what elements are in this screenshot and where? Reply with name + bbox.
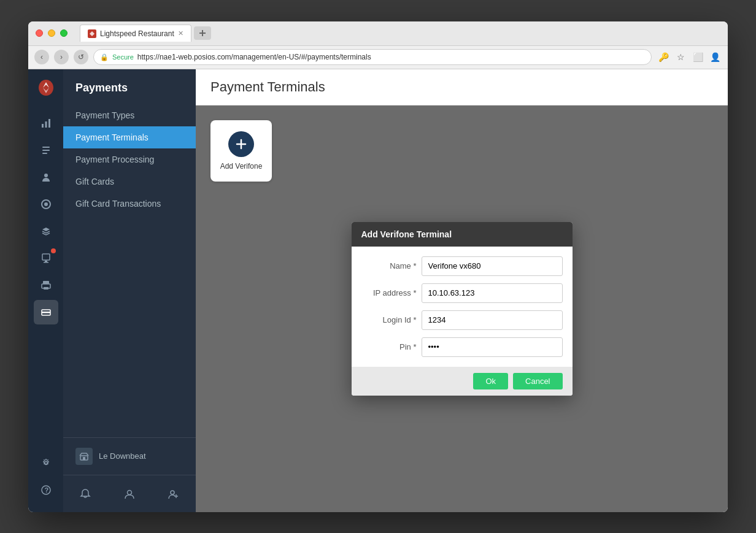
url-bar[interactable]: 🔒 Secure https://nae1-web.posios.com/man…	[93, 49, 652, 65]
svg-point-10	[44, 202, 48, 206]
modal-header: Add Verifone Terminal	[352, 222, 573, 247]
modal-overlay: Add Verifone Terminal Name * IP address …	[196, 105, 728, 512]
sidebar-icon-print[interactable]	[34, 273, 58, 297]
main-header: Payment Terminals	[196, 69, 728, 105]
tab-bar: Lightspeed Restaurant ✕	[80, 25, 720, 42]
app-layout: ? Payments Payment Types Payment Termina…	[28, 69, 728, 512]
app-window: Lightspeed Restaurant ✕ ‹ › ↺ 🔒 Secure h…	[28, 21, 728, 512]
ip-input[interactable]	[422, 283, 563, 303]
store-name: Le Downbeat	[99, 451, 146, 461]
tab-close-button[interactable]: ✕	[178, 29, 183, 37]
login-id-row: Login Id *	[361, 310, 563, 330]
name-input[interactable]	[422, 256, 563, 276]
nav-item-payment-processing[interactable]: Payment Processing	[63, 148, 196, 171]
cancel-button[interactable]: Cancel	[513, 373, 562, 389]
nav-item-gift-cards[interactable]: Gift Cards	[63, 171, 196, 193]
add-staff-button[interactable]	[163, 483, 185, 505]
back-button[interactable]: ‹	[34, 50, 49, 64]
lock-icon: 🔒	[100, 53, 109, 61]
titlebar: Lightspeed Restaurant ✕	[28, 21, 728, 46]
svg-rect-23	[83, 457, 85, 460]
address-bar-actions: 🔑 ☆ ⬜ 👤	[657, 50, 722, 64]
svg-rect-11	[42, 254, 50, 260]
name-row: Name *	[361, 256, 563, 276]
profile-icon[interactable]: 👤	[708, 50, 722, 64]
pin-label: Pin *	[361, 342, 417, 351]
forward-button[interactable]: ›	[54, 50, 69, 64]
key-icon[interactable]: 🔑	[657, 50, 670, 64]
modal-footer: Ok Cancel	[352, 367, 573, 396]
svg-point-24	[128, 490, 132, 494]
svg-rect-5	[42, 147, 50, 148]
maximize-window-button[interactable]	[60, 29, 68, 37]
new-tab-button[interactable]	[194, 26, 211, 40]
ip-row: IP address *	[361, 283, 563, 303]
sidebar-icon-settings[interactable]	[34, 451, 58, 475]
bookmark-icon[interactable]: ☆	[674, 50, 687, 64]
profile-button[interactable]	[118, 483, 141, 505]
secure-label: Secure	[112, 53, 134, 61]
notifications-button[interactable]	[74, 483, 96, 505]
sidebar-icon-customers[interactable]	[34, 165, 58, 190]
svg-rect-1	[199, 33, 206, 34]
nav-item-payment-terminals[interactable]: Payment Terminals	[63, 126, 196, 148]
address-bar: ‹ › ↺ 🔒 Secure https://nae1-web.posios.c…	[28, 46, 728, 69]
name-label: Name *	[361, 261, 417, 270]
nav-item-payment-types[interactable]: Payment Types	[63, 104, 196, 126]
nav-item-gift-card-transactions[interactable]: Gift Card Transactions	[63, 193, 196, 215]
svg-rect-6	[42, 150, 50, 151]
sidebar-icon-layers[interactable]	[34, 219, 58, 243]
sidebar-icon-kiosk[interactable]	[34, 246, 58, 270]
store-icon	[75, 448, 93, 465]
tab-favicon	[88, 29, 96, 38]
svg-point-8	[44, 174, 48, 177]
svg-rect-18	[42, 312, 50, 313]
ip-label: IP address *	[361, 288, 417, 297]
main-body: Add Verifone Add Verifone Terminal Name …	[196, 105, 728, 512]
login-id-input[interactable]	[422, 310, 563, 330]
sidebar-icon-orders[interactable]	[34, 138, 58, 163]
sidebar-icon-payments[interactable]	[34, 300, 58, 324]
svg-rect-4	[48, 119, 50, 128]
url-text: https://nae1-web.posios.com/management/e…	[137, 53, 371, 61]
svg-rect-16	[44, 287, 48, 290]
modal-body: Name * IP address * Login Id *	[352, 247, 573, 367]
svg-rect-2	[42, 124, 44, 128]
bottom-actions	[63, 475, 196, 512]
store-section: Le Downbeat	[63, 437, 196, 475]
svg-rect-3	[45, 121, 47, 128]
extensions-icon[interactable]: ⬜	[691, 50, 704, 64]
sidebar-icon-help[interactable]: ?	[34, 478, 58, 502]
page-title: Payment Terminals	[210, 79, 713, 95]
svg-rect-7	[42, 153, 47, 154]
add-verifone-modal: Add Verifone Terminal Name * IP address …	[352, 222, 573, 396]
close-window-button[interactable]	[36, 29, 43, 37]
svg-point-25	[171, 491, 174, 494]
minimize-window-button[interactable]	[48, 29, 55, 37]
active-tab[interactable]: Lightspeed Restaurant ✕	[80, 25, 191, 42]
store-row: Le Downbeat	[75, 448, 183, 465]
pin-row: Pin *	[361, 337, 563, 357]
login-id-label: Login Id *	[361, 315, 417, 324]
svg-rect-13	[44, 262, 48, 263]
tab-title: Lightspeed Restaurant	[100, 29, 174, 38]
nav-title: Payments	[63, 69, 196, 104]
logo	[35, 77, 57, 99]
notification-badge	[51, 248, 56, 253]
ok-button[interactable]: Ok	[473, 373, 508, 389]
pin-input[interactable]	[422, 337, 563, 357]
svg-text:?: ?	[44, 486, 48, 494]
modal-title: Add Verifone Terminal	[361, 229, 452, 239]
main-content: Payment Terminals Add Verifone	[196, 69, 728, 512]
sidebar-icon-bottom: ?	[34, 451, 58, 512]
icon-sidebar: ?	[28, 69, 63, 512]
sidebar-icon-analytics[interactable]	[34, 111, 58, 136]
refresh-button[interactable]: ↺	[74, 50, 88, 64]
sidebar-icon-tokens[interactable]	[34, 192, 58, 217]
nav-sidebar: Payments Payment Types Payment Terminals…	[63, 69, 196, 512]
